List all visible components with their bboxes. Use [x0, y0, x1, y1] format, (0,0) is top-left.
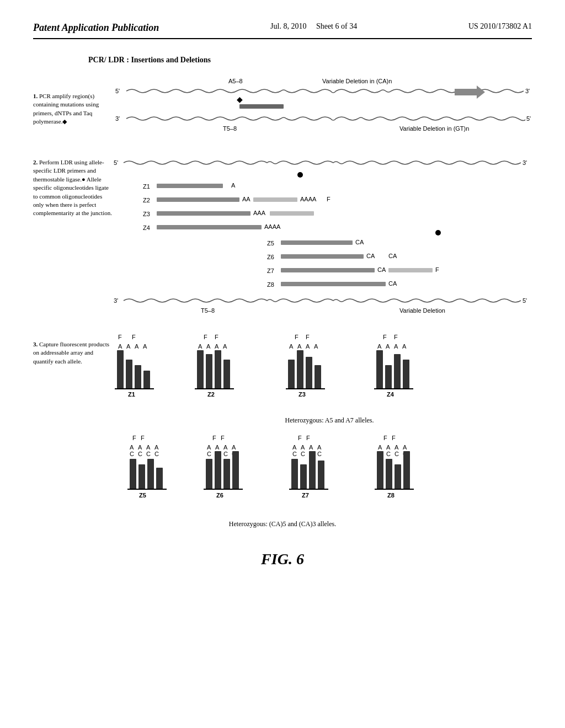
- a-z4-4: A: [402, 343, 407, 350]
- three-prime-top: 3': [525, 88, 530, 94]
- var-del-ca-label: Variable Deletion in (CA)n: [322, 78, 392, 84]
- z1-label: Z1: [143, 183, 150, 190]
- figure-label: FIG. 6: [33, 550, 532, 568]
- z2-label: Z2: [143, 197, 150, 204]
- bar-z1-2: [126, 360, 132, 389]
- ac-z8-2: A: [386, 444, 391, 451]
- step3-label: 3. Capture fluorescent products on addre…: [33, 329, 113, 412]
- p-label-z6-1: F: [212, 435, 216, 441]
- z2-bar2: [253, 197, 297, 202]
- bar-z5-2: [138, 464, 145, 489]
- var-del-label-2: Variable Deletion: [399, 307, 445, 314]
- ca-label-z8: CA: [388, 280, 397, 287]
- a-z2-1: A: [198, 343, 202, 350]
- z2-bar: [157, 197, 239, 202]
- a-z1-3: A: [135, 343, 139, 350]
- bar-z1-1: [117, 350, 124, 389]
- z6-bar: [281, 254, 364, 259]
- z7-label: Z7: [267, 267, 274, 274]
- z2-label-bar: Z2: [207, 391, 215, 398]
- step1-label: 1. PCR amplify region(s) containing muta…: [33, 76, 113, 147]
- patent-number: US 2010/173802 A1: [468, 22, 532, 31]
- bar-z8-3: [395, 464, 401, 489]
- ac-z8-2b: C: [386, 451, 391, 457]
- z3-label: Z3: [143, 211, 150, 217]
- p-label-z3-1: F: [295, 334, 299, 340]
- bar-z5-1: [130, 459, 136, 489]
- bar-z1-3: [135, 365, 141, 389]
- ac-z6-1b: C: [207, 451, 211, 457]
- p-label-z1-2: F: [132, 334, 136, 340]
- p-label-z7-2: F: [306, 435, 310, 441]
- bar-z7-1: [291, 459, 298, 489]
- bar-z6-3: [223, 459, 230, 489]
- bar-z4-2: [385, 365, 392, 389]
- a-z2-3: A: [215, 343, 219, 350]
- z4-label-bar: Z4: [387, 391, 395, 398]
- date-sheet: Jul. 8, 2010 Sheet 6 of 34: [270, 22, 357, 31]
- a-z1-2: A: [126, 343, 131, 350]
- aaaa-label-z4: AAAA: [264, 223, 281, 230]
- a-z1-4: A: [143, 343, 147, 350]
- top-strand-2: [124, 161, 521, 164]
- z5-label-bar: Z5: [139, 492, 146, 499]
- p-label-z7-1: F: [298, 435, 302, 441]
- z1-bar: [157, 184, 223, 188]
- p-label-z6-2: F: [221, 435, 225, 441]
- step1-svg: A5–8 Variable Deletion in (CA)n 5' 3' ◆ …: [113, 76, 532, 147]
- bar-z1-4: [143, 371, 150, 389]
- z7-label-bar: Z7: [302, 492, 309, 499]
- z5-bar: [281, 240, 353, 245]
- ac-z5-2b: C: [138, 451, 142, 457]
- p-label-z3-2: F: [306, 334, 310, 340]
- ac-z5-2: A: [138, 444, 142, 451]
- z5-z8-diagram: F F A C A C A C A C Z5 F F A: [127, 430, 532, 516]
- p-label-z2-1: F: [204, 334, 207, 340]
- z3-bar: [157, 211, 250, 216]
- p-label-z2-2: F: [215, 334, 218, 340]
- three-prime-2: 3': [523, 159, 527, 166]
- bar-z8-4: [403, 451, 410, 489]
- a-z1-1: A: [118, 343, 122, 350]
- a-z3-1: A: [289, 343, 294, 350]
- p-label-z8-2: F: [392, 435, 396, 441]
- bar-z7-3: [309, 451, 316, 489]
- p-label-z1-1: F: [118, 334, 122, 340]
- ac-z7-2b: C: [301, 451, 305, 457]
- z8-bar: [281, 282, 386, 286]
- section-title: PCR/ LDR : Insertions and Deletions: [88, 56, 532, 65]
- f-label-z7: F: [435, 266, 439, 273]
- step2-diagram: 5' 3' Z1 A Z2 AA AAAA F: [113, 153, 532, 324]
- z6-label: Z6: [267, 254, 274, 260]
- a-z3-3: A: [306, 343, 310, 350]
- step2-svg: 5' 3' Z1 A Z2 AA AAAA F: [113, 153, 532, 324]
- z3-label-bar: Z3: [299, 391, 306, 398]
- ac-z7-4: A: [317, 444, 322, 451]
- bar-z2-3: [215, 350, 221, 389]
- bar-z2-4: [223, 360, 230, 389]
- a-z2-4: A: [223, 343, 227, 350]
- five-prime-top: 5': [115, 88, 120, 94]
- deletion-arrow: [455, 85, 485, 99]
- primer-bar: [239, 104, 284, 109]
- bar-z3-4: [315, 365, 321, 389]
- ac-z8-1: A: [378, 444, 382, 451]
- ac-z7-3: A: [309, 444, 313, 451]
- ac-z8-4: A: [403, 444, 407, 451]
- a-label-z1: A: [231, 182, 236, 189]
- three-prime-bottom-2: 3': [114, 297, 118, 304]
- ac-z8-3: A: [395, 444, 399, 451]
- a-z3-4: A: [314, 343, 318, 350]
- bar-z7-2: [300, 464, 307, 489]
- aaa-label-z3: AAA: [253, 210, 266, 216]
- a5-8-label: A5–8: [228, 78, 243, 84]
- bar-z5-4: [156, 468, 163, 489]
- t5-8-label-2: T5–8: [201, 307, 215, 314]
- bar-z2-2: [206, 354, 212, 389]
- diamond-marker: ◆: [237, 95, 243, 104]
- three-prime-bottom: 3': [115, 115, 120, 122]
- z5-label: Z5: [267, 240, 274, 247]
- ac-z5-1: A: [130, 444, 134, 451]
- z8-label-bar: Z8: [387, 492, 395, 499]
- page: Patent Application Publication Jul. 8, 2…: [0, 0, 565, 728]
